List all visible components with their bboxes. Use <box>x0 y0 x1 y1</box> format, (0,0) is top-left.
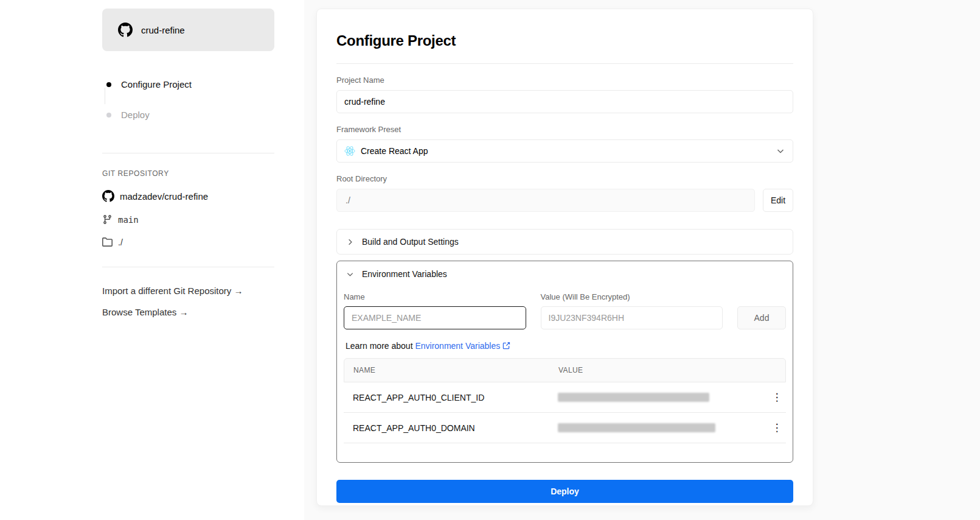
env-value-input[interactable] <box>541 306 723 329</box>
env-var-value-hidden <box>558 423 768 432</box>
sidebar-divider <box>102 153 274 153</box>
env-var-value-hidden <box>558 393 768 402</box>
title-divider <box>336 63 793 64</box>
add-env-var-button[interactable]: Add <box>737 306 786 329</box>
env-var-name: REACT_APP_AUTH0_DOMAIN <box>344 423 558 433</box>
framework-preset-value: Create React App <box>361 146 776 156</box>
git-branch-row: main <box>102 214 274 225</box>
repo-badge: crud-refine <box>102 9 274 51</box>
step-connector-line <box>105 88 105 104</box>
step-label: Configure Project <box>121 79 192 90</box>
deploy-button[interactable]: Deploy <box>336 480 793 503</box>
build-output-settings-label: Build and Output Settings <box>362 237 459 247</box>
git-repo-row: madzadev/crud-refine <box>102 190 274 202</box>
framework-preset-label: Framework Preset <box>336 125 793 134</box>
environment-variables-label: Environment Variables <box>362 269 447 279</box>
step-dot-active <box>106 82 111 87</box>
git-repository-section: GIT REPOSITORY madzadev/crud-refine main… <box>102 169 274 247</box>
page-title: Configure Project <box>336 32 793 49</box>
root-directory-row: ./ Edit <box>336 189 793 212</box>
import-different-repo-link[interactable]: Import a different Git Repository → <box>102 286 274 296</box>
external-link-icon <box>502 342 510 350</box>
environment-variables-link[interactable]: Environment Variables <box>415 341 510 351</box>
edit-root-directory-button[interactable]: Edit <box>763 189 793 212</box>
sidebar-divider <box>102 267 274 267</box>
chevron-down-icon <box>776 146 785 156</box>
table-row: REACT_APP_AUTH0_DOMAIN ⋮ <box>344 413 786 443</box>
env-input-row: Name Value (Will Be Encrypted) Add <box>344 280 786 329</box>
git-repository-heading: GIT REPOSITORY <box>102 169 274 178</box>
step-label: Deploy <box>121 110 150 120</box>
browse-templates-link[interactable]: Browse Templates → <box>102 307 274 317</box>
chevron-right-icon <box>346 237 355 247</box>
git-branch-name: main <box>118 215 139 225</box>
sidebar-links: Import a different Git Repository → Brow… <box>102 286 274 317</box>
configure-project-card: Configure Project Project Name Framework… <box>316 9 813 506</box>
env-var-name: REACT_APP_AUTH0_CLIENT_ID <box>344 393 558 402</box>
sidebar: crud-refine Configure Project Deploy GIT… <box>102 9 274 317</box>
git-root-path: ./ <box>118 237 123 247</box>
environment-variables-section: Environment Variables Name Value (Will B… <box>336 261 793 463</box>
env-table-header: NAME VALUE <box>344 358 786 382</box>
build-output-settings-section[interactable]: Build and Output Settings <box>336 229 793 255</box>
step-dot-upcoming <box>106 113 111 118</box>
redacted-value <box>558 393 709 402</box>
framework-preset-select[interactable]: Create React App <box>336 139 793 163</box>
learn-more-text: Learn more about <box>346 341 415 351</box>
redacted-value <box>558 423 715 432</box>
root-directory-label: Root Directory <box>336 174 793 183</box>
env-value-label: Value (Will Be Encrypted) <box>541 292 723 301</box>
env-name-label: Name <box>344 292 526 301</box>
git-repo-name: madzadev/crud-refine <box>120 191 208 202</box>
folder-icon <box>102 237 113 247</box>
project-name-input[interactable] <box>336 90 793 113</box>
env-table-name-header: NAME <box>344 366 558 374</box>
row-menu-kebab-icon[interactable]: ⋮ <box>768 423 786 433</box>
env-table-value-header: VALUE <box>558 366 785 374</box>
step-indicator: Configure Project Deploy <box>102 79 274 120</box>
git-branch-icon <box>102 214 113 225</box>
env-vars-table: NAME VALUE REACT_APP_AUTH0_CLIENT_ID ⋮ R… <box>344 358 786 443</box>
step-deploy: Deploy <box>106 110 274 120</box>
env-learn-more: Learn more about Environment Variables <box>346 341 786 351</box>
project-name-label: Project Name <box>336 76 793 85</box>
root-directory-input: ./ <box>336 189 755 212</box>
repo-badge-name: crud-refine <box>141 25 185 35</box>
env-name-input[interactable] <box>344 306 526 329</box>
github-icon <box>118 23 133 37</box>
chevron-down-icon <box>346 270 355 279</box>
table-row: REACT_APP_AUTH0_CLIENT_ID ⋮ <box>344 382 786 413</box>
row-menu-kebab-icon[interactable]: ⋮ <box>768 392 786 402</box>
react-icon <box>344 146 355 156</box>
github-icon <box>102 190 114 202</box>
step-configure-project: Configure Project <box>106 79 274 90</box>
git-root-row: ./ <box>102 237 274 247</box>
environment-variables-header[interactable]: Environment Variables <box>344 269 786 279</box>
